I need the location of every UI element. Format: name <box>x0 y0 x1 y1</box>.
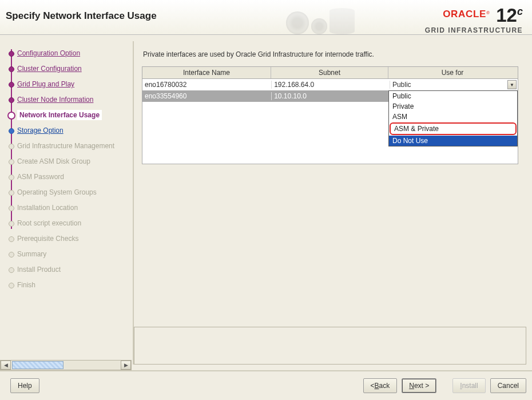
wizard-step-dot <box>9 128 14 134</box>
dropdown-arrow-icon[interactable]: ▼ <box>507 80 517 89</box>
table-row[interactable]: eno16780032 192.168.64.0 Public ▼ <box>142 79 518 90</box>
next-button[interactable]: Next > <box>402 378 436 393</box>
brand-registered: ® <box>486 10 490 15</box>
nav-horizontal-scrollbar[interactable]: ◀ ▶ <box>0 360 132 370</box>
wizard-step: Installation Location <box>17 200 133 216</box>
back-button[interactable]: < Back <box>363 378 398 393</box>
wizard-step-dot <box>9 51 14 57</box>
wizard-step: Operating System Groups <box>17 185 133 200</box>
wizard-step: Root script execution <box>17 216 133 231</box>
cell-interface-name: eno16780032 <box>142 81 272 89</box>
wizard-step-dot <box>9 190 14 196</box>
wizard-step-label[interactable]: Grid Plug and Play <box>17 80 74 88</box>
wizard-step-label: Summary <box>17 250 46 258</box>
body-area: Configuration OptionCluster Configuratio… <box>0 34 532 370</box>
wizard-step-label[interactable]: Storage Option <box>17 126 63 134</box>
cell-subnet: 192.168.64.0 <box>272 81 390 89</box>
wizard-step: Grid Infrastructure Management <box>17 138 133 154</box>
wizard-step-dot <box>9 252 14 258</box>
dropdown-option[interactable]: Do Not Use <box>389 136 517 146</box>
footer-bar: Help < Back Next > Install Cancel <box>0 370 532 400</box>
wizard-step-dot <box>9 82 14 88</box>
wizard-step-label: Grid Infrastructure Management <box>17 142 114 150</box>
wizard-step-dot <box>7 112 15 120</box>
scroll-right-button[interactable]: ▶ <box>121 361 131 370</box>
scroll-thumb[interactable] <box>12 361 63 369</box>
brand-version: 12c <box>496 5 523 26</box>
instruction-text: Private interfaces are used by Oracle Gr… <box>142 47 518 66</box>
message-area <box>134 327 526 365</box>
col-header-subnet: Subnet <box>271 67 388 78</box>
brand-oracle: ORACLE <box>443 9 486 19</box>
wizard-nav: Configuration OptionCluster Configuratio… <box>0 41 133 370</box>
header: Specify Network Interface Usage ORACLE® … <box>0 0 532 35</box>
wizard-nav-connector <box>11 49 12 229</box>
header-decoration <box>286 0 389 34</box>
col-header-usefor: Use for <box>388 67 517 78</box>
wizard-step-label: Install Product <box>17 266 61 274</box>
wizard-step: Install Product <box>17 262 133 278</box>
install-button: Install <box>452 378 485 393</box>
wizard-step-label: Root script execution <box>17 219 81 227</box>
help-button[interactable]: Help <box>10 378 39 393</box>
usefor-dropdown[interactable]: PublicPrivateASMASM & PrivateDo Not Use <box>388 90 518 146</box>
wizard-step-label[interactable]: Cluster Node Information <box>17 96 93 104</box>
wizard-step-dot <box>9 144 14 149</box>
cell-subnet: 10.10.10.0 <box>272 92 390 100</box>
main-panel: Private interfaces are used by Oracle Gr… <box>133 41 526 365</box>
wizard-step: ASM Password <box>17 169 133 185</box>
dropdown-option[interactable]: Public <box>389 91 517 101</box>
cell-usefor-select[interactable]: Public ▼ <box>390 80 518 89</box>
wizard-step[interactable]: Cluster Node Information <box>17 92 133 108</box>
usefor-value: Public <box>392 81 411 89</box>
wizard-step-label: Create ASM Disk Group <box>17 157 90 165</box>
wizard-step-dot <box>9 283 14 288</box>
wizard-step-dot <box>9 97 14 103</box>
dropdown-option[interactable]: Private <box>389 101 517 112</box>
interfaces-table: Interface Name Subnet Use for eno1678003… <box>142 66 518 164</box>
wizard-step[interactable]: Configuration Option <box>17 46 133 61</box>
wizard-step-label: Operating System Groups <box>17 188 97 196</box>
scroll-left-button[interactable]: ◀ <box>1 361 11 370</box>
cell-interface-name: eno33554960 <box>142 92 272 100</box>
wizard-step[interactable]: Storage Option <box>17 123 133 138</box>
wizard-step: Create ASM Disk Group <box>17 154 133 169</box>
wizard-step-dot <box>9 267 14 273</box>
wizard-step-label: ASM Password <box>17 173 64 181</box>
wizard-step-label: Prerequisite Checks <box>17 235 78 243</box>
wizard-step[interactable]: Cluster Configuration <box>17 61 133 77</box>
cancel-button[interactable]: Cancel <box>490 378 526 393</box>
dropdown-option[interactable]: ASM & Private <box>390 122 517 135</box>
wizard-step-label: Installation Location <box>17 204 78 212</box>
wizard-step-dot <box>9 159 14 165</box>
brand-block: ORACLE® 12c GRID INFRASTRUCTURE <box>425 5 523 34</box>
wizard-step: Summary <box>17 247 133 262</box>
wizard-step-dot <box>9 221 14 227</box>
wizard-step-dot <box>9 236 14 242</box>
wizard-step-dot <box>9 175 14 180</box>
wizard-step-label: Network Interface Usage <box>17 110 102 120</box>
wizard-step: Network Interface Usage <box>17 108 133 123</box>
brand-subtitle: GRID INFRASTRUCTURE <box>425 26 523 34</box>
wizard-step: Finish <box>17 278 133 293</box>
wizard-step[interactable]: Grid Plug and Play <box>17 77 133 92</box>
table-header-row: Interface Name Subnet Use for <box>142 67 518 79</box>
wizard-step-label[interactable]: Configuration Option <box>17 49 80 57</box>
dropdown-option[interactable]: ASM <box>389 112 517 122</box>
scroll-track[interactable] <box>11 361 121 370</box>
page-title: Specify Network Interface Usage <box>6 10 157 22</box>
wizard-step: Prerequisite Checks <box>17 231 133 247</box>
col-header-interface: Interface Name <box>142 67 271 78</box>
wizard-step-dot <box>9 66 14 72</box>
wizard-step-dot <box>9 205 14 211</box>
wizard-step-label[interactable]: Cluster Configuration <box>17 65 82 73</box>
wizard-step-label: Finish <box>17 281 35 289</box>
